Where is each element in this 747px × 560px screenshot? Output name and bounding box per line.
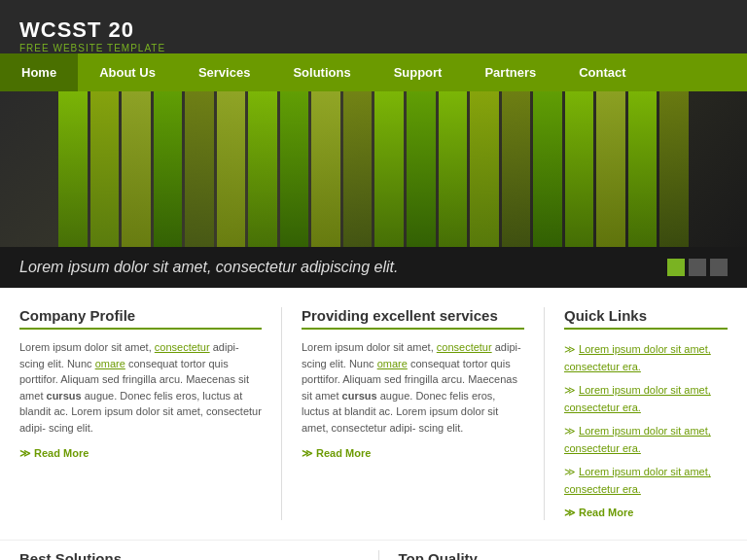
list-item: Lorem ipsum dolor sit amet, consectetur … [564, 421, 728, 456]
hero-banner [0, 91, 747, 247]
quick-link-2[interactable]: Lorem ipsum dolor sit amet, consectetur … [564, 384, 711, 413]
company-link[interactable]: consectetur [155, 341, 210, 353]
nav-contact[interactable]: Contact [557, 53, 647, 91]
services-section: Providing excellent services Lorem ipsum… [282, 307, 545, 520]
company-profile-body: Lorem ipsum dolor sit amet, consectetur … [19, 339, 262, 436]
caption-text: Lorem ipsum dolor sit amet, consectetur … [19, 259, 399, 276]
top-quality-section: Top Quality Lorem ipsum dolor sit amet, … [378, 550, 729, 560]
nav-partners[interactable]: Partners [463, 53, 557, 91]
logo: WCSST 20 FREE WEBSITE TEMPLATE [19, 10, 175, 53]
nav-about[interactable]: About Us [78, 53, 177, 91]
quick-links-list: Lorem ipsum dolor sit amet, consectetur … [564, 339, 728, 497]
nav-support[interactable]: Support [373, 53, 464, 91]
quick-link-3[interactable]: Lorem ipsum dolor sit amet, consectetur … [564, 425, 711, 454]
best-solutions-section: Best Solutions Lorem ipsum dolor sit ame… [19, 550, 359, 560]
dot-1[interactable] [667, 259, 685, 276]
services-link[interactable]: consectetur [437, 341, 492, 353]
quick-link-1[interactable]: Lorem ipsum dolor sit amet, consectetur … [564, 343, 711, 372]
nav-services[interactable]: Services [177, 53, 272, 91]
services-body: Lorem ipsum dolor sit amet, consectetur … [302, 339, 524, 436]
dot-2[interactable] [689, 259, 706, 276]
quick-links-title: Quick Links [564, 307, 728, 330]
logo-title: WCSST 20 [19, 18, 175, 43]
caption-dots [667, 259, 728, 276]
best-solutions-title: Best Solutions [19, 550, 349, 560]
services-read-more[interactable]: Read More [302, 447, 371, 460]
list-item: Lorem ipsum dolor sit amet, consectetur … [564, 339, 728, 374]
company-profile-title: Company Profile [19, 307, 262, 330]
company-read-more[interactable]: Read More [19, 447, 89, 460]
services-title: Providing excellent services [302, 307, 524, 330]
quick-links-read-more[interactable]: Read More [564, 507, 633, 519]
nav-solutions[interactable]: Solutions [271, 53, 372, 91]
main-content: Company Profile Lorem ipsum dolor sit am… [0, 288, 747, 540]
quick-link-4[interactable]: Lorem ipsum dolor sit amet, consectetur … [564, 466, 711, 495]
company-profile-section: Company Profile Lorem ipsum dolor sit am… [19, 307, 282, 520]
logo-subtitle: FREE WEBSITE TEMPLATE [19, 43, 175, 53]
nav-home[interactable]: Home [0, 53, 78, 91]
dot-3[interactable] [710, 259, 728, 276]
list-item: Lorem ipsum dolor sit amet, consectetur … [564, 380, 728, 415]
list-item: Lorem ipsum dolor sit amet, consectetur … [564, 462, 728, 497]
top-quality-title: Top Quality [399, 550, 729, 560]
quick-links-section: Quick Links Lorem ipsum dolor sit amet, … [545, 307, 728, 520]
hero-stripes [0, 91, 747, 247]
caption-bar: Lorem ipsum dolor sit amet, consectetur … [0, 247, 747, 288]
main-nav: Home About Us Services Solutions Support… [0, 53, 747, 91]
bottom-row: Best Solutions Lorem ipsum dolor sit ame… [0, 540, 747, 560]
